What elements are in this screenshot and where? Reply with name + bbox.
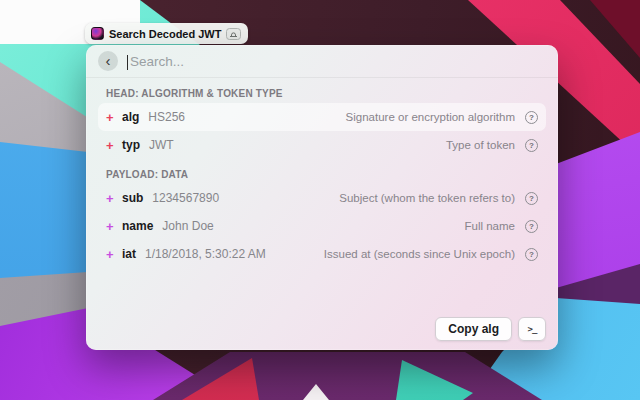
menubar-popover-chip[interactable]: Search Decoded JWT: [85, 23, 248, 44]
text-caret: [127, 55, 128, 70]
search-field-wrap: [127, 54, 546, 69]
help-icon[interactable]: ?: [525, 111, 538, 124]
results-list: HEAD: ALGORITHM & TOKEN TYPE + alg HS256…: [86, 88, 558, 268]
chevron-left-icon: ‹: [106, 53, 111, 68]
desktop: Search Decoded JWT ‹ HEAD: ALGORITHM & T…: [0, 0, 640, 400]
plus-icon: +: [106, 219, 120, 234]
row-typ[interactable]: + typ JWT Type of token ?: [98, 131, 546, 159]
claim-value: 1234567890: [152, 191, 219, 205]
panel-footer: Copy alg >_: [435, 317, 546, 341]
claim-key: alg: [122, 110, 139, 124]
claim-value: JWT: [149, 138, 174, 152]
search-input[interactable]: [127, 54, 546, 69]
claim-key: iat: [122, 247, 136, 261]
claim-key: sub: [122, 191, 143, 205]
search-bar: ‹: [86, 45, 558, 78]
help-icon[interactable]: ?: [525, 248, 538, 261]
back-button[interactable]: ‹: [98, 51, 118, 71]
row-alg[interactable]: + alg HS256 Signature or encryption algo…: [98, 103, 546, 131]
claim-description: Full name: [465, 220, 516, 232]
claim-description: Issued at (seconds since Unix epoch): [324, 248, 515, 260]
row-sub[interactable]: + sub 1234567890 Subject (whom the token…: [98, 184, 546, 212]
jwt-app-icon: [91, 27, 104, 40]
claim-value: HS256: [148, 110, 185, 124]
plus-icon: +: [106, 138, 120, 153]
jwt-search-panel: ‹ HEAD: ALGORITHM & TOKEN TYPE + alg HS2…: [86, 45, 558, 350]
help-icon[interactable]: ?: [525, 192, 538, 205]
claim-value: John Doe: [162, 219, 213, 233]
terminal-icon-button[interactable]: >_: [518, 317, 546, 341]
help-icon[interactable]: ?: [525, 220, 538, 233]
section-header-payload: PAYLOAD: DATA: [106, 169, 538, 180]
claim-key: name: [122, 219, 153, 233]
section-header-head: HEAD: ALGORITHM & TOKEN TYPE: [106, 88, 538, 99]
plus-icon: +: [106, 247, 120, 262]
copy-alg-button[interactable]: Copy alg: [435, 317, 512, 341]
plus-icon: +: [106, 191, 120, 206]
plus-icon: +: [106, 110, 120, 125]
claim-key: typ: [122, 138, 140, 152]
claim-description: Signature or encryption algorithm: [346, 111, 515, 123]
popover-title: Search Decoded JWT: [109, 28, 221, 40]
claim-description: Type of token: [446, 139, 515, 151]
row-iat[interactable]: + iat 1/18/2018, 5:30:22 AM Issued at (s…: [98, 240, 546, 268]
claim-value: 1/18/2018, 5:30:22 AM: [145, 247, 266, 261]
keycap-pin-icon[interactable]: [226, 28, 241, 40]
row-name[interactable]: + name John Doe Full name ?: [98, 212, 546, 240]
help-icon[interactable]: ?: [525, 139, 538, 152]
claim-description: Subject (whom the token refers to): [339, 192, 515, 204]
